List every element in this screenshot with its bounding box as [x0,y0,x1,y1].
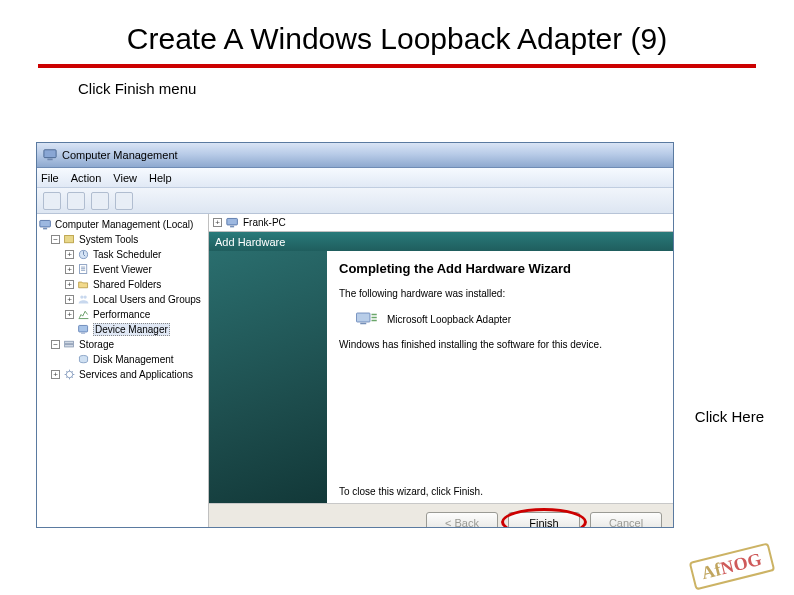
wizard-titlebar[interactable]: Add Hardware [209,232,674,251]
svg-rect-10 [81,333,85,334]
svg-rect-4 [65,235,74,242]
expand-icon[interactable]: + [65,295,74,304]
toolbar-up-icon[interactable] [91,192,109,210]
tree-device-manager[interactable]: Device Manager [39,322,206,337]
window-title: Computer Management [62,149,178,161]
svg-rect-18 [360,323,366,325]
installed-device-row: Microsoft Loopback Adapter [339,307,662,339]
wizard-done-text: Windows has finished installing the soft… [339,339,662,350]
tree-root[interactable]: Computer Management (Local) [39,217,206,232]
svg-rect-16 [230,226,234,228]
tree-label: Local Users and Groups [93,294,201,305]
wizard-sidebar-image [209,251,327,503]
tree-system-tools[interactable]: − System Tools [39,232,206,247]
wizard-installed-text: The following hardware was installed: [339,288,662,299]
svg-rect-9 [79,325,88,332]
svg-point-8 [84,295,87,298]
tree-label: Storage [79,339,114,350]
tree-root-label: Computer Management (Local) [55,219,193,230]
svg-rect-12 [65,345,74,347]
back-button[interactable]: < Back [426,512,498,528]
expand-icon[interactable]: + [65,265,74,274]
wizard-main: Completing the Add Hardware Wizard The f… [327,251,674,503]
afnog-stamp: AfNOG [688,543,774,591]
svg-rect-11 [65,341,74,343]
tree-services-apps[interactable]: + Services and Applications [39,367,206,382]
title-divider [38,64,756,68]
expand-icon[interactable]: + [65,310,74,319]
menu-action[interactable]: Action [71,172,102,184]
tree-label: Event Viewer [93,264,152,275]
expand-icon[interactable]: + [65,280,74,289]
svg-rect-3 [43,228,47,230]
tree-label: Shared Folders [93,279,161,290]
device-root-row[interactable]: + Frank-PC [209,214,673,232]
expand-icon[interactable]: + [51,370,60,379]
window-body: Computer Management (Local) − System Too… [37,214,673,527]
finish-button[interactable]: Finish [508,512,580,528]
screenshot-window: Computer Management File Action View Hel… [36,142,674,528]
wizard-footer: < Back Finish Cancel [209,503,674,528]
wizard-heading: Completing the Add Hardware Wizard [339,261,662,276]
network-adapter-icon [355,309,379,329]
instruction-text: Click Finish menu [78,80,794,97]
expand-icon[interactable]: + [213,218,222,227]
menu-help[interactable]: Help [149,172,172,184]
cancel-button[interactable]: Cancel [590,512,662,528]
finish-button-label: Finish [529,517,558,528]
svg-rect-1 [47,159,52,161]
wizard-body: Completing the Add Hardware Wizard The f… [209,251,674,503]
computer-management-icon [43,148,57,162]
tree-storage[interactable]: − Storage [39,337,206,352]
tree-label: Disk Management [93,354,174,365]
svg-point-7 [80,295,83,298]
collapse-icon[interactable]: − [51,340,60,349]
tree-pane[interactable]: Computer Management (Local) − System Too… [37,214,209,527]
right-pane: + Frank-PC Add Hardware Completing the A… [209,214,673,527]
pc-name: Frank-PC [243,217,286,228]
tree-task-scheduler[interactable]: + Task Scheduler [39,247,206,262]
stamp-nog: NOG [718,549,763,579]
tree-label: Performance [93,309,150,320]
installed-device-name: Microsoft Loopback Adapter [387,314,511,325]
toolbar-refresh-icon[interactable] [115,192,133,210]
window-titlebar[interactable]: Computer Management [37,143,673,168]
tree-shared-folders[interactable]: + Shared Folders [39,277,206,292]
expand-icon[interactable]: + [65,250,74,259]
menu-bar: File Action View Help [37,168,673,188]
collapse-icon[interactable]: − [51,235,60,244]
click-here-annotation: Click Here [695,408,764,425]
wizard-title: Add Hardware [215,236,285,248]
add-hardware-wizard: Add Hardware Completing the Add Hardware… [209,232,674,528]
tree-label: Services and Applications [79,369,193,380]
wizard-close-text: To close this wizard, click Finish. [339,486,483,497]
tree-local-users[interactable]: + Local Users and Groups [39,292,206,307]
slide-title: Create A Windows Loopback Adapter (9) [0,0,794,64]
tree-performance[interactable]: + Performance [39,307,206,322]
menu-file[interactable]: File [41,172,59,184]
tree-disk-management[interactable]: Disk Management [39,352,206,367]
toolbar-back-icon[interactable] [43,192,61,210]
svg-rect-0 [44,150,56,158]
toolbar [37,188,673,214]
toolbar-forward-icon[interactable] [67,192,85,210]
menu-view[interactable]: View [113,172,137,184]
svg-rect-2 [40,220,51,227]
svg-rect-15 [227,218,238,225]
tree-label: Task Scheduler [93,249,161,260]
tree-label: System Tools [79,234,138,245]
svg-rect-17 [357,313,371,322]
tree-event-viewer[interactable]: + Event Viewer [39,262,206,277]
tree-label: Device Manager [93,323,170,336]
